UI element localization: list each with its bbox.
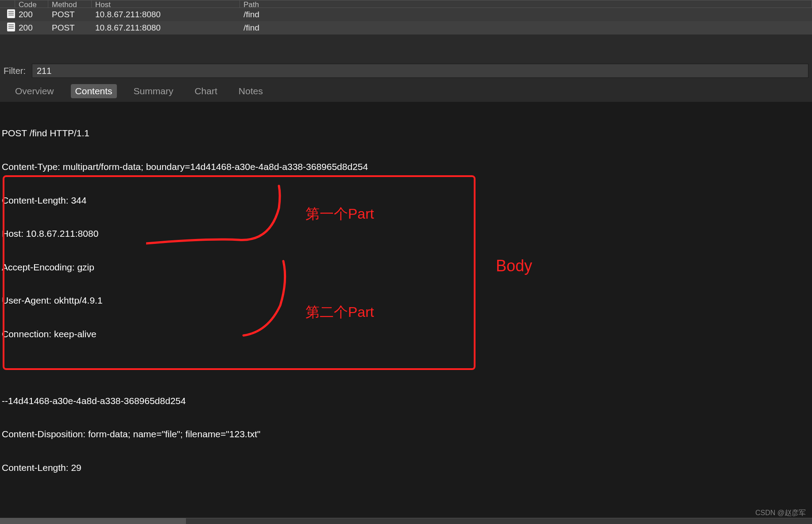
table-header: Code Method Host Path bbox=[0, 0, 812, 8]
cell-code: 200 bbox=[15, 10, 48, 19]
cell-path: /find bbox=[240, 10, 812, 19]
header-host: Host: 10.8.67.211:8080 bbox=[2, 228, 810, 239]
blank-line bbox=[2, 496, 810, 507]
scrollbar-thumb[interactable] bbox=[0, 518, 186, 524]
tab-overview[interactable]: Overview bbox=[11, 84, 58, 98]
content-disposition: Content-Disposition: form-data; name="fi… bbox=[2, 428, 810, 439]
request-table: Code Method Host Path 200 POST 10.8.67.2… bbox=[0, 0, 812, 35]
cell-code: 200 bbox=[15, 23, 48, 33]
col-path-header[interactable]: Path bbox=[240, 0, 812, 8]
cell-path: /find bbox=[240, 23, 812, 33]
doc-icon bbox=[0, 23, 15, 34]
tab-notes[interactable]: Notes bbox=[234, 84, 267, 98]
cell-method: POST bbox=[48, 23, 92, 33]
filter-section: Filter: bbox=[0, 61, 812, 81]
col-icon-header[interactable] bbox=[0, 0, 15, 8]
doc-icon bbox=[0, 9, 15, 20]
cell-host: 10.8.67.211:8080 bbox=[92, 10, 240, 19]
boundary-line: --14d41468-a30e-4a8d-a338-368965d8d254 bbox=[2, 395, 810, 406]
part-content-length: Content-Length: 29 bbox=[2, 462, 810, 473]
cell-method: POST bbox=[48, 10, 92, 19]
watermark: CSDN @赵彦军 bbox=[755, 509, 806, 518]
tab-summary[interactable]: Summary bbox=[129, 84, 178, 98]
header-connection: Connection: keep-alive bbox=[2, 328, 810, 339]
filter-label: Filter: bbox=[4, 66, 26, 76]
request-line: POST /find HTTP/1.1 bbox=[2, 127, 810, 139]
table-row[interactable]: 200 POST 10.8.67.211:8080 /find bbox=[0, 8, 812, 21]
col-host-header[interactable]: Host bbox=[92, 0, 240, 8]
blank-line bbox=[2, 362, 810, 373]
bottom-scrollbar[interactable] bbox=[0, 518, 812, 524]
tab-chart[interactable]: Chart bbox=[190, 84, 221, 98]
header-user-agent: User-Agent: okhttp/4.9.1 bbox=[2, 295, 810, 306]
header-content-length: Content-Length: 344 bbox=[2, 195, 810, 206]
header-content-type: Content-Type: multipart/form-data; bound… bbox=[2, 161, 810, 172]
filter-input[interactable] bbox=[32, 64, 808, 78]
tab-contents[interactable]: Contents bbox=[71, 84, 117, 98]
col-code-header[interactable]: Code bbox=[15, 0, 48, 8]
tabs: Overview Contents Summary Chart Notes bbox=[0, 81, 812, 102]
col-method-header[interactable]: Method bbox=[48, 0, 92, 8]
table-row[interactable]: 200 POST 10.8.67.211:8080 /find bbox=[0, 21, 812, 35]
header-accept-encoding: Accept-Encoding: gzip bbox=[2, 262, 810, 273]
cell-host: 10.8.67.211:8080 bbox=[92, 23, 240, 33]
content-panel[interactable]: POST /find HTTP/1.1 Content-Type: multip… bbox=[0, 102, 812, 524]
